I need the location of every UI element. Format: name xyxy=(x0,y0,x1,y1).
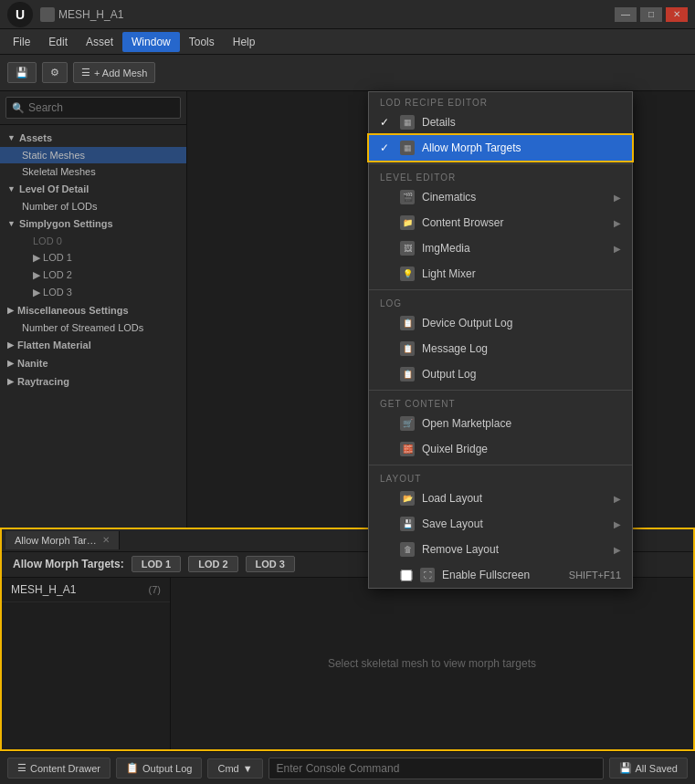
sidebar-section-nanite[interactable]: ▶ Nanite xyxy=(0,354,186,372)
settings-button[interactable]: ⚙ xyxy=(42,62,68,83)
sidebar-item-lod3[interactable]: ▶ LOD 3 xyxy=(0,284,186,301)
sidebar-section-misc[interactable]: ▶ Miscellaneous Settings xyxy=(0,301,186,319)
check-icon: ✓ xyxy=(380,141,393,154)
sidebar-section-flatten[interactable]: ▶ Flatten Material xyxy=(0,336,186,354)
menu-tools[interactable]: Tools xyxy=(180,32,224,52)
light-mixer-icon: 💡 xyxy=(400,267,415,281)
save-button[interactable]: 💾 xyxy=(7,62,37,83)
output-log-button[interactable]: 📋 Output Log xyxy=(116,758,202,779)
menu-asset[interactable]: Asset xyxy=(77,32,122,52)
dropdown-item-light-mixer[interactable]: 💡 Light Mixer xyxy=(369,261,632,287)
list-item[interactable]: MESH_H_A1 (7) xyxy=(2,578,170,602)
window-dropdown-menu: LOD RECIPE EDITOR ✓ ▦ Details ✓ ▦ Allow … xyxy=(368,91,633,589)
chevron-right-icon: ▶ xyxy=(33,269,40,280)
dropdown-section-get-content: GET CONTENT xyxy=(369,393,632,411)
dropdown-item-imgmedia[interactable]: 🖼 ImgMedia ▶ xyxy=(369,235,632,261)
sidebar-item-lod1[interactable]: ▶ LOD 1 xyxy=(0,249,186,267)
lod2-button[interactable]: LOD 2 xyxy=(188,556,237,572)
panel-tab-allow-morph[interactable]: Allow Morph Tar… ✕ xyxy=(5,531,120,549)
dropdown-label-quixel-bridge: Quixel Bridge xyxy=(422,443,621,455)
sidebar-item-number-of-lods[interactable]: Number of LODs xyxy=(0,198,186,214)
tab-close-icon[interactable]: ✕ xyxy=(102,535,110,545)
dropdown-label-cinematics: Cinematics xyxy=(422,191,606,204)
dropdown-item-load-layout[interactable]: 📂 Load Layout ▶ xyxy=(369,486,632,511)
add-mesh-icon: ☰ xyxy=(81,67,90,78)
sidebar-item-skeletal-meshes[interactable]: Skeletal Meshes xyxy=(0,163,186,180)
dropdown-label-output-log: Output Log xyxy=(422,368,621,381)
dropdown-item-details[interactable]: ✓ ▦ Details xyxy=(369,110,632,135)
fullscreen-icon: ⛶ xyxy=(420,568,435,582)
maximize-button[interactable]: □ xyxy=(640,7,662,22)
sidebar-section-simplygon[interactable]: ▼ Simplygon Settings xyxy=(0,214,186,233)
device-output-log-icon: 📋 xyxy=(400,316,415,330)
dropdown-item-quixel-bridge[interactable]: 🧱 Quixel Bridge xyxy=(369,436,632,462)
close-button[interactable]: ✕ xyxy=(666,7,688,22)
panel-content: MESH_H_A1 (7) Select skeletal mesh to vi… xyxy=(2,578,693,749)
search-input[interactable] xyxy=(5,97,181,119)
chevron-right-icon: ▶ xyxy=(7,340,14,350)
sidebar-item-lod0[interactable]: LOD 0 xyxy=(0,233,186,249)
sidebar-item-static-meshes[interactable]: Static Meshes xyxy=(0,147,186,163)
menu-file[interactable]: File xyxy=(4,32,39,52)
dropdown-item-open-marketplace[interactable]: 🛒 Open Marketplace xyxy=(369,411,632,436)
dropdown-item-save-layout[interactable]: 💾 Save Layout ▶ xyxy=(369,511,632,537)
dropdown-label-enable-fullscreen: Enable Fullscreen xyxy=(442,569,562,581)
morph-targets-icon: ▦ xyxy=(400,141,415,155)
dropdown-section-lod-recipe: LOD RECIPE EDITOR xyxy=(369,92,632,110)
dropdown-item-content-browser[interactable]: 📁 Content Browser ▶ xyxy=(369,210,632,235)
sidebar-item-num-streamed-lods[interactable]: Number of Streamed LODs xyxy=(0,319,186,336)
dropdown-item-output-log[interactable]: 📋 Output Log xyxy=(369,361,632,387)
add-mesh-button[interactable]: ☰ + Add Mesh xyxy=(73,62,155,83)
dropdown-item-message-log[interactable]: 📋 Message Log xyxy=(369,336,632,361)
dropdown-label-imgmedia: ImgMedia xyxy=(422,242,606,255)
output-log-label: Output Log xyxy=(142,763,192,774)
lod3-button[interactable]: LOD 3 xyxy=(246,556,295,572)
sidebar-section-raytracing[interactable]: ▶ Raytracing xyxy=(0,372,186,391)
chevron-right-icon: ▶ xyxy=(33,287,40,298)
dropdown-section-layout: LAYOUT xyxy=(369,468,632,486)
cmd-button[interactable]: Cmd ▼ xyxy=(207,758,262,779)
toolbar: 💾 ⚙ ☰ + Add Mesh xyxy=(0,55,695,91)
log-icon: 📋 xyxy=(126,762,139,774)
console-input[interactable] xyxy=(269,758,604,779)
chevron-down-icon: ▼ xyxy=(7,133,16,142)
app-logo: U xyxy=(7,2,33,27)
sidebar-section-lod[interactable]: ▼ Level Of Detail xyxy=(0,180,186,198)
dropdown-item-device-output-log[interactable]: 📋 Device Output Log xyxy=(369,310,632,336)
arrow-right-icon: ▶ xyxy=(614,519,621,529)
arrow-right-icon: ▶ xyxy=(614,218,621,228)
menu-window[interactable]: Window xyxy=(122,32,180,52)
sidebar-item-lod2[interactable]: ▶ LOD 2 xyxy=(0,267,186,284)
chevron-right-icon: ▶ xyxy=(7,359,14,368)
dropdown-item-enable-fullscreen[interactable]: ⛶ Enable Fullscreen SHIFT+F11 xyxy=(369,562,632,588)
panel-tab-label: Allow Morph Tar… xyxy=(15,535,97,546)
fullscreen-checkbox[interactable] xyxy=(400,570,413,581)
imgmedia-icon: 🖼 xyxy=(400,241,415,256)
quixel-icon: 🧱 xyxy=(400,442,415,456)
cmd-arrow-icon: ▼ xyxy=(243,763,253,774)
title-bar: U MESH_H_A1 — □ ✕ xyxy=(0,0,695,29)
dropdown-section-level-editor: LEVEL EDITOR xyxy=(369,167,632,184)
lod1-button[interactable]: LOD 1 xyxy=(132,556,181,572)
sidebar-section-assets[interactable]: ▼ Assets xyxy=(0,129,186,147)
dropdown-item-cinematics[interactable]: 🎬 Cinematics ▶ xyxy=(369,184,632,210)
menu-help[interactable]: Help xyxy=(224,32,265,52)
menu-edit[interactable]: Edit xyxy=(39,32,77,52)
content-drawer-button[interactable]: ☰ Content Drawer xyxy=(7,758,111,779)
chevron-right-icon: ▶ xyxy=(7,377,14,386)
panel-main-area: Select skeletal mesh to view morph targe… xyxy=(171,578,693,749)
mesh-item-count: (7) xyxy=(149,584,161,595)
save-layout-icon: 💾 xyxy=(400,517,415,531)
dropdown-item-remove-layout[interactable]: 🗑 Remove Layout ▶ xyxy=(369,537,632,562)
dropdown-label-details: Details xyxy=(422,116,621,129)
drawer-icon: ☰ xyxy=(17,762,26,774)
chevron-down-icon: ▼ xyxy=(7,219,16,228)
add-mesh-label: + Add Mesh xyxy=(94,68,147,78)
status-bar: ☰ Content Drawer 📋 Output Log Cmd ▼ 💾 Al… xyxy=(0,751,695,784)
output-log-icon: 📋 xyxy=(400,367,415,382)
panel-mesh-list: MESH_H_A1 (7) xyxy=(2,578,171,749)
marketplace-icon: 🛒 xyxy=(400,416,415,431)
title-mesh-info: MESH_H_A1 xyxy=(40,7,615,22)
dropdown-item-allow-morph-targets[interactable]: ✓ ▦ Allow Morph Targets xyxy=(369,135,632,161)
minimize-button[interactable]: — xyxy=(615,7,637,22)
